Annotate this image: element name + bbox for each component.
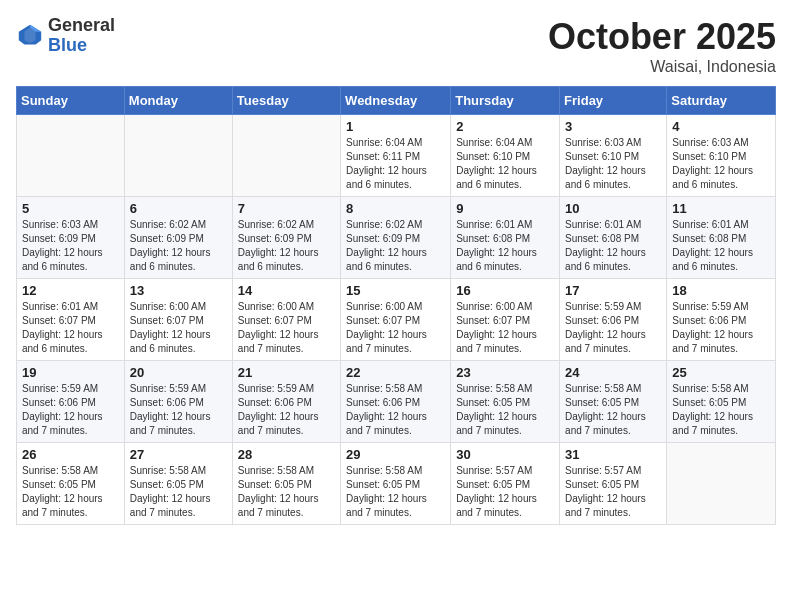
weekday-header-wednesday: Wednesday <box>341 87 451 115</box>
calendar-cell: 30Sunrise: 5:57 AMSunset: 6:05 PMDayligh… <box>451 443 560 525</box>
calendar-cell: 17Sunrise: 5:59 AMSunset: 6:06 PMDayligh… <box>560 279 667 361</box>
weekday-header-row: SundayMondayTuesdayWednesdayThursdayFrid… <box>17 87 776 115</box>
day-info: Sunrise: 6:03 AMSunset: 6:09 PMDaylight:… <box>22 218 119 274</box>
calendar-cell <box>17 115 125 197</box>
calendar-cell <box>232 115 340 197</box>
day-number: 27 <box>130 447 227 462</box>
calendar-cell <box>667 443 776 525</box>
day-info: Sunrise: 6:02 AMSunset: 6:09 PMDaylight:… <box>130 218 227 274</box>
month-title: October 2025 <box>548 16 776 58</box>
calendar-week-5: 26Sunrise: 5:58 AMSunset: 6:05 PMDayligh… <box>17 443 776 525</box>
calendar-cell: 23Sunrise: 5:58 AMSunset: 6:05 PMDayligh… <box>451 361 560 443</box>
day-number: 23 <box>456 365 554 380</box>
day-info: Sunrise: 6:01 AMSunset: 6:08 PMDaylight:… <box>672 218 770 274</box>
calendar-cell: 31Sunrise: 5:57 AMSunset: 6:05 PMDayligh… <box>560 443 667 525</box>
logo-general: General <box>48 16 115 36</box>
calendar-cell: 27Sunrise: 5:58 AMSunset: 6:05 PMDayligh… <box>124 443 232 525</box>
day-number: 8 <box>346 201 445 216</box>
logo: General Blue <box>16 16 115 56</box>
calendar-cell: 8Sunrise: 6:02 AMSunset: 6:09 PMDaylight… <box>341 197 451 279</box>
day-info: Sunrise: 6:00 AMSunset: 6:07 PMDaylight:… <box>346 300 445 356</box>
logo-icon <box>16 22 44 50</box>
weekday-header-saturday: Saturday <box>667 87 776 115</box>
day-number: 10 <box>565 201 661 216</box>
day-number: 16 <box>456 283 554 298</box>
day-number: 30 <box>456 447 554 462</box>
calendar-cell: 28Sunrise: 5:58 AMSunset: 6:05 PMDayligh… <box>232 443 340 525</box>
calendar-cell: 4Sunrise: 6:03 AMSunset: 6:10 PMDaylight… <box>667 115 776 197</box>
day-number: 4 <box>672 119 770 134</box>
day-number: 17 <box>565 283 661 298</box>
logo-text: General Blue <box>48 16 115 56</box>
location-subtitle: Waisai, Indonesia <box>548 58 776 76</box>
calendar-cell: 13Sunrise: 6:00 AMSunset: 6:07 PMDayligh… <box>124 279 232 361</box>
weekday-header-thursday: Thursday <box>451 87 560 115</box>
calendar-cell: 26Sunrise: 5:58 AMSunset: 6:05 PMDayligh… <box>17 443 125 525</box>
day-number: 28 <box>238 447 335 462</box>
day-info: Sunrise: 5:59 AMSunset: 6:06 PMDaylight:… <box>238 382 335 438</box>
day-info: Sunrise: 5:58 AMSunset: 6:06 PMDaylight:… <box>346 382 445 438</box>
calendar-cell: 12Sunrise: 6:01 AMSunset: 6:07 PMDayligh… <box>17 279 125 361</box>
day-info: Sunrise: 6:01 AMSunset: 6:08 PMDaylight:… <box>456 218 554 274</box>
calendar-cell: 10Sunrise: 6:01 AMSunset: 6:08 PMDayligh… <box>560 197 667 279</box>
calendar-cell: 7Sunrise: 6:02 AMSunset: 6:09 PMDaylight… <box>232 197 340 279</box>
calendar-cell: 1Sunrise: 6:04 AMSunset: 6:11 PMDaylight… <box>341 115 451 197</box>
day-info: Sunrise: 5:59 AMSunset: 6:06 PMDaylight:… <box>22 382 119 438</box>
calendar-cell: 15Sunrise: 6:00 AMSunset: 6:07 PMDayligh… <box>341 279 451 361</box>
day-info: Sunrise: 5:58 AMSunset: 6:05 PMDaylight:… <box>346 464 445 520</box>
calendar-cell: 18Sunrise: 5:59 AMSunset: 6:06 PMDayligh… <box>667 279 776 361</box>
day-number: 31 <box>565 447 661 462</box>
day-info: Sunrise: 6:03 AMSunset: 6:10 PMDaylight:… <box>672 136 770 192</box>
day-number: 21 <box>238 365 335 380</box>
day-info: Sunrise: 6:04 AMSunset: 6:10 PMDaylight:… <box>456 136 554 192</box>
day-info: Sunrise: 5:58 AMSunset: 6:05 PMDaylight:… <box>456 382 554 438</box>
day-info: Sunrise: 6:00 AMSunset: 6:07 PMDaylight:… <box>130 300 227 356</box>
calendar-cell: 21Sunrise: 5:59 AMSunset: 6:06 PMDayligh… <box>232 361 340 443</box>
day-info: Sunrise: 6:00 AMSunset: 6:07 PMDaylight:… <box>238 300 335 356</box>
calendar-cell: 11Sunrise: 6:01 AMSunset: 6:08 PMDayligh… <box>667 197 776 279</box>
day-number: 26 <box>22 447 119 462</box>
weekday-header-sunday: Sunday <box>17 87 125 115</box>
day-info: Sunrise: 6:02 AMSunset: 6:09 PMDaylight:… <box>238 218 335 274</box>
calendar-cell <box>124 115 232 197</box>
day-info: Sunrise: 5:58 AMSunset: 6:05 PMDaylight:… <box>672 382 770 438</box>
day-number: 24 <box>565 365 661 380</box>
day-info: Sunrise: 6:03 AMSunset: 6:10 PMDaylight:… <box>565 136 661 192</box>
day-number: 18 <box>672 283 770 298</box>
day-info: Sunrise: 5:59 AMSunset: 6:06 PMDaylight:… <box>672 300 770 356</box>
day-info: Sunrise: 6:02 AMSunset: 6:09 PMDaylight:… <box>346 218 445 274</box>
day-info: Sunrise: 5:58 AMSunset: 6:05 PMDaylight:… <box>565 382 661 438</box>
day-number: 3 <box>565 119 661 134</box>
day-info: Sunrise: 5:59 AMSunset: 6:06 PMDaylight:… <box>130 382 227 438</box>
calendar-cell: 24Sunrise: 5:58 AMSunset: 6:05 PMDayligh… <box>560 361 667 443</box>
day-info: Sunrise: 5:59 AMSunset: 6:06 PMDaylight:… <box>565 300 661 356</box>
calendar-cell: 29Sunrise: 5:58 AMSunset: 6:05 PMDayligh… <box>341 443 451 525</box>
day-info: Sunrise: 6:00 AMSunset: 6:07 PMDaylight:… <box>456 300 554 356</box>
calendar-cell: 3Sunrise: 6:03 AMSunset: 6:10 PMDaylight… <box>560 115 667 197</box>
calendar-week-2: 5Sunrise: 6:03 AMSunset: 6:09 PMDaylight… <box>17 197 776 279</box>
calendar-week-1: 1Sunrise: 6:04 AMSunset: 6:11 PMDaylight… <box>17 115 776 197</box>
page-header: General Blue October 2025 Waisai, Indone… <box>16 16 776 76</box>
calendar-cell: 20Sunrise: 5:59 AMSunset: 6:06 PMDayligh… <box>124 361 232 443</box>
day-number: 15 <box>346 283 445 298</box>
day-number: 14 <box>238 283 335 298</box>
day-info: Sunrise: 5:57 AMSunset: 6:05 PMDaylight:… <box>456 464 554 520</box>
calendar-week-3: 12Sunrise: 6:01 AMSunset: 6:07 PMDayligh… <box>17 279 776 361</box>
weekday-header-friday: Friday <box>560 87 667 115</box>
title-block: October 2025 Waisai, Indonesia <box>548 16 776 76</box>
day-number: 22 <box>346 365 445 380</box>
day-number: 5 <box>22 201 119 216</box>
calendar-week-4: 19Sunrise: 5:59 AMSunset: 6:06 PMDayligh… <box>17 361 776 443</box>
day-info: Sunrise: 6:04 AMSunset: 6:11 PMDaylight:… <box>346 136 445 192</box>
logo-blue: Blue <box>48 36 115 56</box>
calendar-cell: 16Sunrise: 6:00 AMSunset: 6:07 PMDayligh… <box>451 279 560 361</box>
calendar-cell: 14Sunrise: 6:00 AMSunset: 6:07 PMDayligh… <box>232 279 340 361</box>
weekday-header-monday: Monday <box>124 87 232 115</box>
calendar-cell: 2Sunrise: 6:04 AMSunset: 6:10 PMDaylight… <box>451 115 560 197</box>
calendar-cell: 9Sunrise: 6:01 AMSunset: 6:08 PMDaylight… <box>451 197 560 279</box>
calendar-cell: 6Sunrise: 6:02 AMSunset: 6:09 PMDaylight… <box>124 197 232 279</box>
calendar-table: SundayMondayTuesdayWednesdayThursdayFrid… <box>16 86 776 525</box>
calendar-cell: 5Sunrise: 6:03 AMSunset: 6:09 PMDaylight… <box>17 197 125 279</box>
day-info: Sunrise: 5:58 AMSunset: 6:05 PMDaylight:… <box>22 464 119 520</box>
day-number: 20 <box>130 365 227 380</box>
